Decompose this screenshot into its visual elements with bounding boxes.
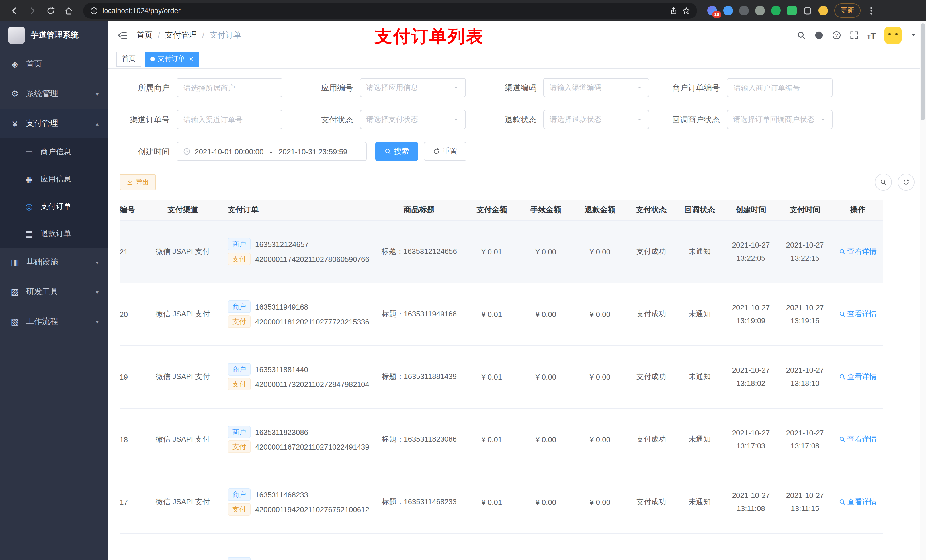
cell-notify-status: 未通知: [675, 220, 724, 283]
sidebar-item-pay-order[interactable]: ◎ 支付订单: [0, 193, 108, 220]
extension-icon[interactable]: 10: [707, 6, 717, 15]
cell-pay-order: 商户 1635311823086 支付 42000011672021102710…: [220, 408, 374, 471]
sidebar-item-app-info[interactable]: ▦ 应用信息: [0, 166, 108, 193]
cell-pay-order: 商户 1635311949168 支付 42000011812021102777…: [220, 283, 374, 346]
cell-pay-order: 商户 1635311881440 支付 42000011732021102728…: [220, 346, 374, 408]
font-size-icon[interactable]: TT: [867, 30, 876, 40]
cell-notify-status: 未通知: [675, 283, 724, 346]
breadcrumb-home[interactable]: 首页: [137, 30, 153, 41]
sidebar: 芋道管理系统 ◈ 首页 ⚙ 系统管理 ▾ ¥ 支付管理 ▴ ▭ 商户信息: [0, 21, 108, 560]
bookmark-star-icon[interactable]: [682, 6, 690, 15]
view-detail-link[interactable]: 查看详情: [838, 309, 877, 319]
tab-home[interactable]: 首页: [116, 51, 141, 66]
extension-icon[interactable]: [755, 6, 765, 15]
site-info-icon[interactable]: [90, 6, 98, 15]
close-tab-icon[interactable]: ×: [189, 55, 193, 63]
extension-icon[interactable]: [739, 6, 749, 15]
merchant-tag: 商户: [228, 363, 251, 376]
toggle-search-button[interactable]: [875, 174, 892, 191]
logo-avatar: [8, 27, 25, 44]
notify-status-label: 回调商户状态: [670, 110, 727, 129]
merchant-order-no: 1635312124657: [255, 240, 309, 248]
chevron-down-icon: ▾: [96, 259, 98, 266]
search-button[interactable]: 搜索: [375, 142, 418, 161]
cell-pay-time: 2021-10-27 13:19:15: [778, 283, 832, 346]
sidebar-item-home[interactable]: ◈ 首页: [0, 50, 108, 79]
pay-status-select[interactable]: 请选择支付状态: [360, 110, 466, 129]
pay-status-label: 支付状态: [303, 110, 360, 129]
extension-icon[interactable]: [723, 6, 733, 15]
sidebar-item-payment[interactable]: ¥ 支付管理 ▴: [0, 109, 108, 138]
fullscreen-icon[interactable]: [849, 31, 858, 40]
reload-button[interactable]: [42, 2, 59, 19]
sidebar-item-devtools[interactable]: ▨ 研发工具 ▾: [0, 277, 108, 307]
channel-code-select[interactable]: 请输入渠道编码: [543, 78, 649, 97]
scrollbar-track[interactable]: [920, 21, 926, 560]
cell-pay-amount: ¥ 0.01: [465, 220, 519, 283]
cell-title: 标题：1635311949168: [374, 283, 465, 346]
app-select[interactable]: 请选择应用信息: [360, 78, 466, 97]
create-time-range-picker[interactable]: 2021-10-01 00:00:00 - 2021-10-31 23:59:5…: [177, 142, 367, 161]
table-row: 18 微信 JSAPI 支付 商户 1635311823086 支付: [120, 408, 883, 471]
extension-icon[interactable]: [787, 6, 797, 15]
col-id: 编号: [120, 200, 146, 220]
back-button[interactable]: [6, 2, 23, 19]
channel-order-no-input[interactable]: [177, 110, 283, 129]
export-button[interactable]: 导出: [120, 174, 156, 190]
sidebar-item-system[interactable]: ⚙ 系统管理 ▾: [0, 79, 108, 109]
view-detail-link[interactable]: 查看详情: [838, 371, 877, 382]
help-icon[interactable]: [832, 31, 841, 40]
scrollbar-thumb[interactable]: [921, 23, 925, 120]
refresh-table-button[interactable]: [897, 174, 915, 191]
top-navbar: 首页 / 支付管理 / 支付订单 支付订单列表 TT: [108, 21, 926, 50]
merchant-tag: 商户: [228, 300, 251, 313]
tab-pay-order[interactable]: 支付订单 ×: [145, 51, 199, 66]
browser-window: localhost:1024/pay/order 10 更新 芋道管理系统: [0, 0, 926, 560]
notify-status-select[interactable]: 请选择订单回调商户状态: [727, 110, 832, 129]
channel-order-no-label: 渠道订单号: [120, 110, 177, 129]
view-detail-link[interactable]: 查看详情: [838, 434, 877, 444]
browser-update-button[interactable]: 更新: [834, 3, 861, 18]
channel-order-no: 4200001174202110278060590766: [255, 255, 369, 263]
sidebar-item-workflow[interactable]: ▧ 工作流程 ▾: [0, 307, 108, 337]
channel-code-label: 渠道编码: [486, 78, 543, 97]
download-icon: [126, 179, 133, 186]
reset-button[interactable]: 重置: [424, 142, 466, 161]
sidebar-item-refund-order[interactable]: ▤ 退款订单: [0, 220, 108, 248]
profile-avatar[interactable]: [819, 6, 828, 15]
view-detail-link[interactable]: 查看详情: [838, 246, 877, 257]
cell-actions: 查看详情: [832, 408, 883, 471]
user-avatar[interactable]: [884, 27, 902, 44]
browser-menu-kebab-icon[interactable]: [867, 6, 876, 15]
github-icon[interactable]: [814, 31, 823, 40]
browser-toolbar: localhost:1024/pay/order 10 更新: [0, 0, 926, 21]
merchant-input[interactable]: [177, 78, 283, 97]
cell-title: [374, 533, 465, 560]
merchant-order-no-input[interactable]: [727, 78, 832, 97]
forward-button[interactable]: [24, 2, 41, 19]
create-time-label: 创建时间: [120, 142, 177, 161]
view-detail-link[interactable]: 查看详情: [838, 497, 877, 507]
gear-icon: ⚙: [10, 89, 20, 99]
home-button[interactable]: [61, 2, 77, 19]
cell-id: 17: [120, 471, 146, 533]
cell-actions: [832, 533, 883, 560]
chevron-up-icon: ▴: [96, 120, 98, 127]
sidebar-item-merchant-info[interactable]: ▭ 商户信息: [0, 138, 108, 166]
avatar-caret-icon[interactable]: [910, 32, 917, 39]
chevron-down-icon: [453, 84, 460, 91]
extension-icon[interactable]: [771, 6, 781, 15]
url-text[interactable]: localhost:1024/pay/order: [103, 6, 665, 15]
sidebar-fold-icon[interactable]: [117, 30, 127, 41]
refund-status-select[interactable]: 请选择退款状态: [543, 110, 649, 129]
extensions-puzzle-icon[interactable]: [803, 6, 812, 15]
document-icon: ▤: [24, 229, 34, 239]
breadcrumb-pay[interactable]: 支付管理: [165, 30, 197, 41]
cell-fee-amount: ¥ 0.00: [519, 283, 573, 346]
header-search-icon[interactable]: [796, 31, 805, 40]
app-logo: 芋道管理系统: [0, 21, 108, 50]
sidebar-item-infra[interactable]: ▥ 基础设施 ▾: [0, 248, 108, 277]
share-icon[interactable]: [670, 6, 678, 15]
col-channel: 支付渠道: [146, 200, 220, 220]
address-bar[interactable]: localhost:1024/pay/order: [83, 3, 697, 18]
